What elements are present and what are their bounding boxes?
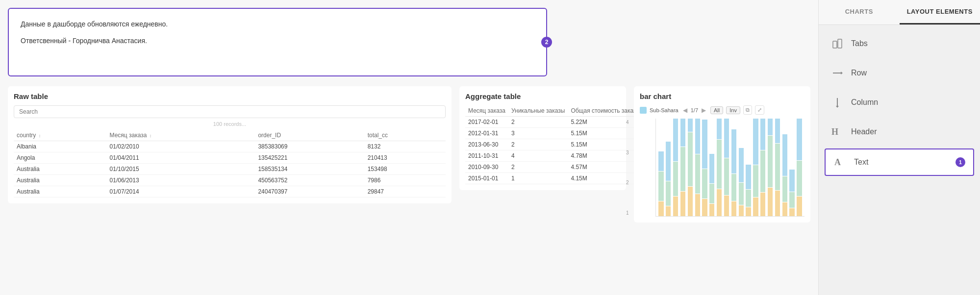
bar	[775, 119, 780, 143]
sidebar-item-column[interactable]: Column	[819, 88, 980, 117]
aggregate-table-panel: Aggregate table Месяц заказа Уникальные …	[459, 86, 626, 190]
bar-group	[760, 119, 766, 216]
search-input[interactable]	[14, 105, 446, 118]
chart-wrapper: 4321	[640, 119, 804, 217]
bar	[739, 148, 744, 182]
sidebar-item-text[interactable]: AText1	[825, 148, 974, 176]
y-labels: 4321	[626, 119, 629, 217]
bar	[760, 150, 765, 192]
bar	[768, 136, 773, 187]
sidebar-item-row[interactable]: Row	[819, 58, 980, 88]
table-row: Australia01/07/201424047039729847	[14, 186, 446, 197]
bar	[753, 119, 758, 165]
table-row: Australia01/06/20134505637527986	[14, 175, 446, 186]
sidebar-item-label: Text	[854, 158, 868, 167]
svg-marker-5	[836, 106, 839, 108]
bar	[724, 196, 729, 216]
bar	[695, 194, 700, 216]
svg-text:A: A	[834, 157, 841, 167]
records-hint: 100 records...	[14, 121, 446, 127]
tab-charts[interactable]: CHARTS	[819, 0, 900, 25]
bar	[688, 132, 693, 186]
bar	[709, 154, 714, 183]
bar-group	[709, 154, 715, 216]
bar-group	[789, 170, 795, 216]
main-content: Данные в дашборде обновляются ежедневно.…	[0, 0, 818, 295]
bar	[695, 119, 700, 154]
chart-filter-label: Sub-Sahara	[650, 107, 678, 113]
bar-group	[738, 148, 744, 216]
row-icon	[830, 66, 844, 80]
bar-group	[694, 119, 701, 216]
chart-expand-btn[interactable]: ⤢	[755, 105, 764, 115]
chart-copy-btn[interactable]: ⧉	[743, 105, 752, 115]
bar	[724, 119, 729, 158]
text-icon: A	[833, 155, 847, 169]
info-box-wrapper: Данные в дашборде обновляются ежедневно.…	[8, 8, 547, 76]
bar	[768, 188, 773, 216]
chart-prev-btn[interactable]: ◀	[681, 106, 689, 114]
bar	[658, 151, 663, 171]
bar-group	[775, 119, 781, 216]
bar	[717, 189, 722, 216]
bar	[760, 119, 765, 150]
bar	[717, 140, 722, 189]
chart-filter-row: Sub-Sahara ◀ 1/7 ▶ All Inv ⧉ ⤢	[640, 105, 804, 115]
bar	[709, 184, 714, 203]
y-label: 3	[626, 150, 629, 155]
header-icon: H	[830, 125, 844, 139]
bar-group	[781, 134, 788, 216]
bar-group	[687, 119, 693, 216]
chart-next-btn[interactable]: ▶	[700, 106, 707, 114]
bar	[666, 181, 671, 206]
bar-group	[730, 129, 737, 216]
bar	[775, 144, 780, 190]
bar-group	[767, 119, 774, 216]
sidebar-item-header[interactable]: HHeader	[819, 117, 980, 147]
col-total: total_cc	[365, 130, 446, 141]
svg-marker-3	[841, 72, 843, 74]
bar-group	[724, 119, 730, 216]
bar	[797, 119, 802, 160]
bar	[782, 202, 787, 216]
bar	[709, 204, 714, 216]
agg-col-total-cost: Общая стоимость заказа	[568, 105, 642, 117]
chart-nav: ◀ 1/7 ▶	[681, 106, 707, 114]
bar	[673, 162, 678, 196]
bar	[797, 197, 802, 216]
bar	[746, 165, 751, 189]
raw-table-title: Raw table	[14, 92, 446, 100]
sidebar-item-label: Column	[851, 98, 878, 107]
raw-table: country ↕ Месяц заказа ↕ order_ID total_…	[14, 130, 446, 197]
bar	[702, 120, 707, 169]
bar	[680, 192, 685, 216]
bar	[753, 197, 758, 216]
bar-group	[796, 119, 803, 216]
bar	[746, 207, 751, 216]
bar	[746, 190, 751, 207]
sidebar-items: TabsRowColumnHHeaderAText1	[819, 25, 980, 182]
col-country: country ↕	[14, 130, 107, 141]
info-line-1: Данные в дашборде обновляются ежедневно.	[21, 19, 534, 29]
bar	[739, 183, 744, 205]
col-order-id: order_ID	[255, 130, 364, 141]
bar	[658, 172, 663, 201]
sidebar-item-label: Header	[851, 127, 877, 136]
y-label: 2	[626, 180, 629, 185]
raw-table-panel: Raw table 100 records... country ↕ Месяц…	[8, 86, 452, 203]
bar	[753, 165, 758, 197]
bar	[702, 169, 707, 198]
bar-group	[745, 165, 752, 216]
svg-text:H: H	[831, 127, 838, 137]
bar	[702, 199, 707, 216]
bar	[695, 154, 700, 194]
sidebar-item-tabs[interactable]: Tabs	[819, 29, 980, 58]
aggregate-table-title: Aggregate table	[465, 92, 620, 100]
bar	[782, 176, 787, 202]
y-label: 4	[626, 120, 629, 125]
bar	[688, 119, 693, 132]
chart-inv-btn[interactable]: Inv	[726, 106, 740, 114]
chart-color-square	[640, 107, 647, 114]
chart-all-btn[interactable]: All	[710, 106, 723, 114]
tab-layout-elements[interactable]: LAYOUT ELEMENTS	[900, 0, 980, 25]
